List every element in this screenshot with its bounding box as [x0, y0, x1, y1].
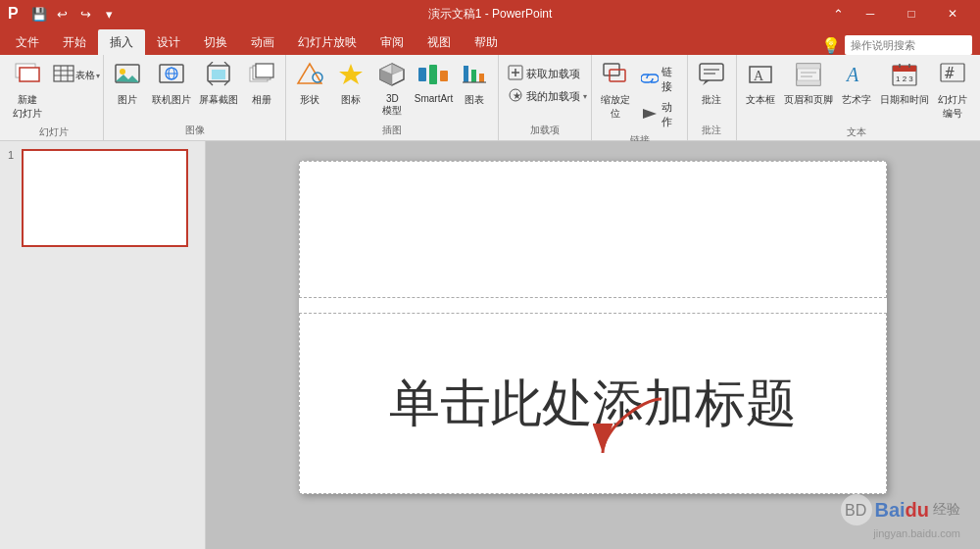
svg-rect-26 — [429, 65, 437, 84]
new-slide-button[interactable]: 新建幻灯片 — [8, 59, 47, 124]
slide-number-button[interactable]: # 幻灯片编号 — [933, 59, 972, 124]
album-icon — [248, 62, 275, 91]
online-picture-icon — [158, 62, 185, 91]
svg-marker-18 — [298, 64, 321, 83]
tab-design[interactable]: 设计 — [145, 29, 192, 55]
ribbon-group-comment: 批注 批注 — [688, 55, 737, 140]
svg-rect-30 — [479, 74, 484, 82]
baidu-suffix: 经验 — [933, 501, 960, 519]
customize-button[interactable]: ▾ — [99, 3, 121, 25]
picture-icon — [114, 62, 141, 91]
textbox-button[interactable]: A 文本框 — [741, 59, 780, 110]
shape-button[interactable]: 形状 — [290, 59, 329, 110]
canvas-area: 单击此处添加标题 BD Baidu 经验 — [206, 141, 980, 549]
slide-number-icon: # — [939, 62, 966, 91]
addin-col: 获取加载项 ★ 我的加载项 ▾ — [503, 59, 592, 107]
maximize-button[interactable]: □ — [892, 0, 931, 27]
chart-button[interactable]: 图表 — [455, 59, 494, 110]
ribbon-tabs: 文件 开始 插入 设计 切换 动画 幻灯片放映 审阅 视图 帮助 💡 — [0, 27, 980, 55]
ribbon-content: 新建幻灯片 表格 ▾ — [0, 55, 980, 141]
comment-button[interactable]: 批注 — [692, 59, 731, 110]
my-addin-button[interactable]: ★ 我的加载项 ▾ — [503, 85, 592, 107]
screenshot-label: 屏幕截图 — [199, 93, 238, 107]
online-picture-button[interactable]: 联机图片 — [149, 59, 194, 110]
ribbon-group-image-items: 图片 联机图片 — [108, 55, 281, 122]
album-button[interactable]: 相册 — [242, 59, 281, 110]
minimize-button[interactable]: ─ — [851, 0, 890, 27]
header-footer-button[interactable]: 页眉和页脚 — [782, 59, 835, 110]
get-addin-button[interactable]: 获取加载项 — [503, 63, 592, 84]
tab-view[interactable]: 视图 — [416, 29, 463, 55]
svg-rect-27 — [440, 71, 448, 81]
save-button[interactable]: 💾 — [28, 3, 50, 25]
datetime-button[interactable]: 1 2 3 日期和时间 — [878, 59, 931, 110]
search-input[interactable] — [845, 35, 972, 55]
tab-help[interactable]: 帮助 — [463, 29, 510, 55]
shape-label: 形状 — [300, 93, 319, 107]
picture-label: 图片 — [118, 93, 137, 107]
textbox-label: 文本框 — [746, 93, 775, 107]
table-label: 表格 — [75, 69, 95, 82]
action-label: 动作 — [662, 100, 679, 129]
table-icon — [53, 65, 74, 86]
link-button[interactable]: 链接 — [637, 63, 683, 96]
zoom-button[interactable]: 缩放定位 — [596, 59, 635, 124]
ribbon-group-image: 图片 联机图片 — [104, 55, 286, 140]
smartart-icon — [416, 62, 450, 91]
quick-access-toolbar: 💾 ↩ ↪ ▾ — [28, 3, 121, 25]
ribbon-group-illustration-label: 插图 — [290, 122, 493, 140]
3d-model-button[interactable]: 3D模型 — [372, 59, 412, 121]
baidu-url: jingyan.baidu.com — [839, 527, 960, 539]
close-button[interactable]: ✕ — [933, 0, 972, 27]
svg-rect-14 — [212, 70, 225, 79]
picture-button[interactable]: 图片 — [108, 59, 147, 110]
baidu-text: Baidu — [874, 499, 929, 522]
ribbon-collapse-button[interactable]: ⌃ — [827, 3, 849, 25]
svg-marker-23 — [392, 64, 404, 75]
wordart-button[interactable]: A 艺术字 — [837, 59, 876, 110]
textbox-icon: A — [747, 62, 774, 91]
ribbon-group-text-label: 文本 — [741, 124, 972, 142]
header-footer-icon — [795, 62, 822, 91]
arrow-container — [583, 389, 681, 471]
ribbon-group-link: 缩放定位 链接 — [592, 55, 688, 140]
wordart-icon: A — [843, 62, 870, 91]
chart-label: 图表 — [465, 93, 484, 107]
slide-number-1: 1 — [8, 149, 18, 161]
tab-review[interactable]: 审阅 — [368, 29, 416, 55]
redo-button[interactable]: ↪ — [75, 3, 97, 25]
ribbon-group-addin-label: 加载项 — [503, 122, 588, 140]
svg-marker-39 — [643, 109, 657, 119]
tab-animation[interactable]: 动画 — [239, 29, 286, 55]
smartart-button[interactable]: SmartArt — [414, 59, 453, 107]
screenshot-button[interactable]: 屏幕截图 — [196, 59, 241, 110]
new-slide-icon — [14, 62, 41, 91]
slide-top-placeholder[interactable] — [299, 161, 887, 298]
datetime-label: 日期和时间 — [880, 93, 929, 107]
tab-transition[interactable]: 切换 — [192, 29, 239, 55]
tab-slideshow[interactable]: 幻灯片放映 — [286, 29, 368, 55]
slide-number-label: 幻灯片编号 — [938, 93, 967, 121]
table-button[interactable]: 表格 ▾ — [49, 63, 104, 88]
smartart-label: SmartArt — [415, 93, 453, 104]
action-button[interactable]: 动作 — [637, 98, 683, 131]
comment-label: 批注 — [702, 93, 721, 107]
ribbon-group-comment-label: 批注 — [692, 122, 732, 140]
ribbon-group-illustration-items: 形状 图标 3D模型 — [290, 55, 493, 122]
slide-thumbnail-1[interactable] — [22, 149, 188, 247]
tab-start[interactable]: 开始 — [51, 29, 98, 55]
icon-icon — [337, 62, 365, 91]
link-label: 链接 — [662, 65, 679, 94]
ribbon-group-text: A 文本框 页眉和页脚 — [737, 55, 976, 140]
comment-icon — [698, 62, 725, 91]
ribbon-group-image-label: 图像 — [108, 122, 281, 140]
tab-file[interactable]: 文件 — [4, 29, 51, 55]
baidu-logo-icon: BD — [839, 492, 874, 527]
undo-button[interactable]: ↩ — [52, 3, 74, 25]
icon-button[interactable]: 图标 — [331, 59, 370, 110]
svg-rect-48 — [797, 80, 820, 85]
tab-insert[interactable]: 插入 — [98, 29, 145, 55]
icon-label: 图标 — [341, 93, 361, 107]
album-label: 相册 — [252, 93, 271, 107]
svg-rect-17 — [256, 64, 273, 77]
